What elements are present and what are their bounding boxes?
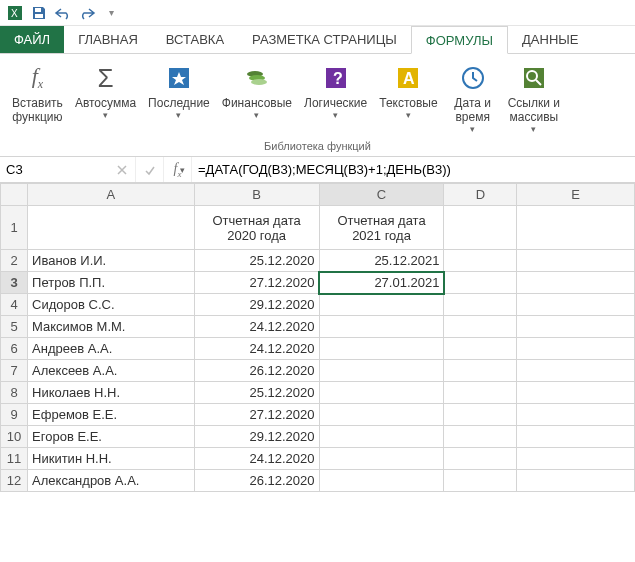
enter-formula-icon[interactable]: [136, 157, 164, 182]
cell-D9[interactable]: [444, 404, 517, 426]
cell-E8[interactable]: [517, 382, 635, 404]
spreadsheet-grid[interactable]: ABCDE1Отчетная дата2020 годаОтчетная дат…: [0, 183, 635, 492]
cell-D7[interactable]: [444, 360, 517, 382]
cell-C5[interactable]: [319, 316, 444, 338]
cell-C9[interactable]: [319, 404, 444, 426]
cell-C12[interactable]: [319, 470, 444, 492]
cell-C1[interactable]: Отчетная дата2021 года: [319, 206, 444, 250]
cell-A9[interactable]: Ефремов Е.Е.: [28, 404, 195, 426]
fx-icon[interactable]: fx: [164, 157, 192, 182]
cell-E12[interactable]: [517, 470, 635, 492]
cancel-formula-icon[interactable]: [108, 157, 136, 182]
cell-A10[interactable]: Егоров Е.Е.: [28, 426, 195, 448]
select-all-corner[interactable]: [1, 184, 28, 206]
insert-function-button[interactable]: fx Вставить функцию: [6, 58, 69, 138]
cell-B9[interactable]: 27.12.2020: [194, 404, 319, 426]
tab-file[interactable]: ФАЙЛ: [0, 26, 64, 53]
row-header-9[interactable]: 9: [1, 404, 28, 426]
cell-D5[interactable]: [444, 316, 517, 338]
row-header-5[interactable]: 5: [1, 316, 28, 338]
customize-qat-icon[interactable]: ▾: [100, 2, 122, 24]
lookup-functions-button[interactable]: Ссылки и массивы ▾: [502, 58, 566, 138]
row-header-10[interactable]: 10: [1, 426, 28, 448]
row-header-7[interactable]: 7: [1, 360, 28, 382]
cell-D1[interactable]: [444, 206, 517, 250]
column-header-E[interactable]: E: [517, 184, 635, 206]
undo-icon[interactable]: [52, 2, 74, 24]
cell-A12[interactable]: Александров А.А.: [28, 470, 195, 492]
cell-E4[interactable]: [517, 294, 635, 316]
formula-input[interactable]: [192, 157, 635, 182]
tab-home[interactable]: ГЛАВНАЯ: [64, 26, 152, 53]
cell-A3[interactable]: Петров П.П.: [28, 272, 195, 294]
cell-C11[interactable]: [319, 448, 444, 470]
autosum-button[interactable]: Σ Автосумма ▾: [69, 58, 142, 138]
logical-functions-button[interactable]: ? Логические ▾: [298, 58, 373, 138]
row-header-8[interactable]: 8: [1, 382, 28, 404]
cell-C2[interactable]: 25.12.2021: [319, 250, 444, 272]
tab-layout[interactable]: РАЗМЕТКА СТРАНИЦЫ: [238, 26, 411, 53]
cell-C7[interactable]: [319, 360, 444, 382]
cell-C8[interactable]: [319, 382, 444, 404]
cell-B8[interactable]: 25.12.2020: [194, 382, 319, 404]
cell-D10[interactable]: [444, 426, 517, 448]
cell-E11[interactable]: [517, 448, 635, 470]
cell-B3[interactable]: 27.12.2020: [194, 272, 319, 294]
cell-D2[interactable]: [444, 250, 517, 272]
row-header-1[interactable]: 1: [1, 206, 28, 250]
cell-B10[interactable]: 29.12.2020: [194, 426, 319, 448]
cell-D12[interactable]: [444, 470, 517, 492]
cell-A7[interactable]: Алексеев А.А.: [28, 360, 195, 382]
cell-A8[interactable]: Николаев Н.Н.: [28, 382, 195, 404]
datetime-functions-button[interactable]: Дата и время ▾: [444, 58, 502, 138]
cell-B7[interactable]: 26.12.2020: [194, 360, 319, 382]
column-header-D[interactable]: D: [444, 184, 517, 206]
cell-E9[interactable]: [517, 404, 635, 426]
cell-A1[interactable]: [28, 206, 195, 250]
row-header-12[interactable]: 12: [1, 470, 28, 492]
cell-C10[interactable]: [319, 426, 444, 448]
cell-D3[interactable]: [444, 272, 517, 294]
row-header-4[interactable]: 4: [1, 294, 28, 316]
financial-functions-button[interactable]: Финансовые ▾: [216, 58, 298, 138]
cell-A11[interactable]: Никитин Н.Н.: [28, 448, 195, 470]
column-header-A[interactable]: A: [28, 184, 195, 206]
cell-B5[interactable]: 24.12.2020: [194, 316, 319, 338]
name-box[interactable]: ▾: [0, 157, 108, 182]
text-functions-button[interactable]: A Текстовые ▾: [373, 58, 443, 138]
row-header-6[interactable]: 6: [1, 338, 28, 360]
recent-functions-button[interactable]: Последние ▾: [142, 58, 216, 138]
cell-C3[interactable]: 27.01.2021: [319, 272, 444, 294]
tab-data[interactable]: ДАННЫЕ: [508, 26, 592, 53]
cell-B6[interactable]: 24.12.2020: [194, 338, 319, 360]
cell-B12[interactable]: 26.12.2020: [194, 470, 319, 492]
row-header-3[interactable]: 3: [1, 272, 28, 294]
cell-E5[interactable]: [517, 316, 635, 338]
row-header-11[interactable]: 11: [1, 448, 28, 470]
cell-D8[interactable]: [444, 382, 517, 404]
tab-formulas[interactable]: ФОРМУЛЫ: [411, 26, 508, 54]
cell-E2[interactable]: [517, 250, 635, 272]
cell-C6[interactable]: [319, 338, 444, 360]
cell-E7[interactable]: [517, 360, 635, 382]
cell-E10[interactable]: [517, 426, 635, 448]
column-header-B[interactable]: B: [194, 184, 319, 206]
cell-E1[interactable]: [517, 206, 635, 250]
cell-E3[interactable]: [517, 272, 635, 294]
save-icon[interactable]: [28, 2, 50, 24]
cell-B4[interactable]: 29.12.2020: [194, 294, 319, 316]
redo-icon[interactable]: [76, 2, 98, 24]
cell-A2[interactable]: Иванов И.И.: [28, 250, 195, 272]
cell-A4[interactable]: Сидоров С.С.: [28, 294, 195, 316]
cell-B11[interactable]: 24.12.2020: [194, 448, 319, 470]
cell-B1[interactable]: Отчетная дата2020 года: [194, 206, 319, 250]
row-header-2[interactable]: 2: [1, 250, 28, 272]
tab-insert[interactable]: ВСТАВКА: [152, 26, 238, 53]
cell-D11[interactable]: [444, 448, 517, 470]
cell-D4[interactable]: [444, 294, 517, 316]
cell-C4[interactable]: [319, 294, 444, 316]
cell-A6[interactable]: Андреев А.А.: [28, 338, 195, 360]
column-header-C[interactable]: C: [319, 184, 444, 206]
cell-D6[interactable]: [444, 338, 517, 360]
cell-B2[interactable]: 25.12.2020: [194, 250, 319, 272]
